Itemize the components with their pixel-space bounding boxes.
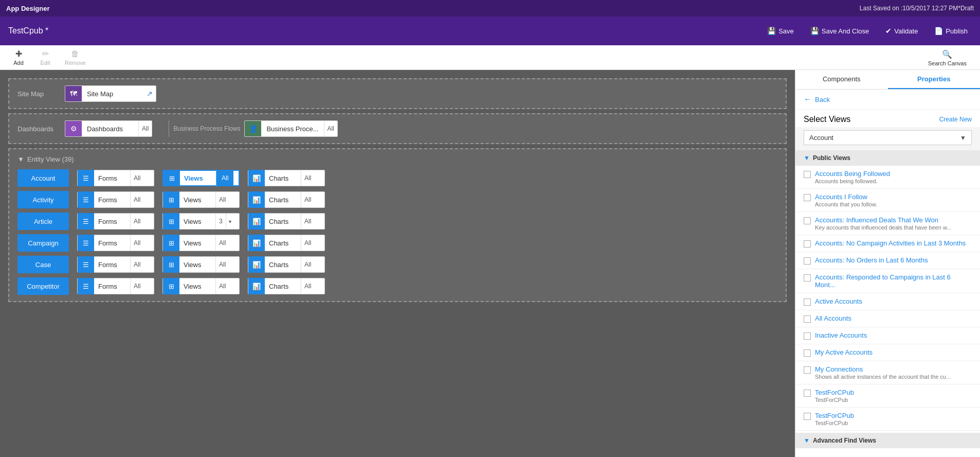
advanced-collapse-icon[interactable]: ▼ — [804, 437, 810, 444]
views-component[interactable]: ⊞ Views All — [162, 256, 240, 273]
views-component[interactable]: ⊞ Views All — [162, 170, 240, 186]
entity-name-button[interactable]: Case — [17, 256, 69, 273]
view-checkbox[interactable] — [804, 274, 811, 282]
entity-name-button[interactable]: Activity — [17, 191, 69, 208]
publish-button[interactable]: 📄 Publish — [930, 25, 972, 37]
forms-label: Forms — [94, 239, 130, 247]
app-name: TestCpub * — [8, 26, 48, 36]
forms-component: ☰ Forms All — [77, 256, 154, 273]
tab-components[interactable]: Components — [795, 70, 888, 89]
view-item-desc: Key accounts that influenced deals that … — [815, 224, 972, 231]
views-component[interactable]: ⊞ Views 3 ▾ — [162, 213, 240, 230]
entity-view-header: ▼ Entity View (39) — [17, 155, 777, 163]
collapse-icon[interactable]: ▼ — [804, 154, 810, 162]
view-list-item[interactable]: Accounts: No Orders in Last 6 Months — [795, 252, 980, 269]
dashboards-pill: ⚙ Dashboards All — [65, 120, 152, 137]
view-list-item[interactable]: TestForCPubTestForCPub — [795, 408, 980, 431]
sitemap-section: Site Map 🗺 Site Map ↗ — [8, 78, 787, 109]
view-list-item[interactable]: Accounts: Influenced Deals That We WonKe… — [795, 212, 980, 235]
view-checkbox[interactable] — [804, 217, 811, 224]
add-button[interactable]: ✚ Add — [6, 47, 31, 68]
entity-name-button[interactable]: Article — [17, 213, 69, 230]
view-checkbox[interactable] — [804, 240, 811, 248]
view-checkbox[interactable] — [804, 349, 811, 357]
validate-icon: ✔ — [885, 27, 892, 35]
search-icon: 🔍 — [942, 49, 952, 59]
views-label: Views — [179, 218, 215, 225]
view-list-item[interactable]: My ConnectionsShows all active instances… — [795, 361, 980, 384]
view-checkbox[interactable] — [804, 413, 811, 420]
view-checkbox[interactable] — [804, 194, 811, 201]
view-list-item[interactable]: TestForCPubTestForCPub — [795, 384, 980, 408]
sitemap-arrow-icon[interactable]: ↗ — [143, 90, 156, 98]
view-checkbox[interactable] — [804, 171, 811, 178]
advanced-find-views-header: ▼ Advanced Find Views — [795, 433, 980, 448]
forms-badge: All — [130, 257, 143, 272]
forms-icon: ☰ — [78, 256, 94, 273]
view-checkbox[interactable] — [804, 390, 811, 397]
views-list-items: Accounts Being FollowedAccounts being fo… — [795, 166, 980, 431]
charts-icon: 📊 — [248, 278, 265, 294]
charts-label: Charts — [265, 261, 301, 269]
action-bar: ✚ Add ✏ Edit 🗑 Remove 🔍 Search Canvas — [0, 45, 980, 70]
entity-rows: Account ☰ Forms All ⊞ Views All 📊 Charts… — [17, 169, 777, 295]
view-item-title: Accounts: Responded to Campaigns in Last… — [815, 273, 972, 289]
view-list-item[interactable]: Accounts Being FollowedAccounts being fo… — [795, 166, 980, 189]
search-canvas[interactable]: 🔍 Search Canvas — [923, 47, 972, 68]
forms-badge: All — [130, 278, 143, 294]
edit-button[interactable]: ✏ Edit — [33, 47, 58, 68]
views-label: Views — [179, 283, 215, 290]
forms-label: Forms — [94, 196, 130, 204]
entity-name-button[interactable]: Campaign — [17, 234, 69, 252]
charts-icon: 📊 — [248, 191, 265, 208]
view-item-title: Active Accounts — [815, 297, 972, 305]
view-list-item[interactable]: My Active Accounts — [795, 344, 980, 361]
views-component[interactable]: ⊞ Views All — [162, 235, 240, 251]
view-list-item[interactable]: Active Accounts — [795, 293, 980, 310]
view-list-item[interactable]: Inactive Accounts — [795, 327, 980, 344]
view-checkbox[interactable] — [804, 332, 811, 340]
views-icon: ⊞ — [163, 256, 179, 273]
save-and-close-button[interactable]: 💾 Save And Close — [806, 25, 874, 37]
charts-badge: All — [301, 192, 314, 207]
views-component[interactable]: ⊞ Views All — [162, 278, 240, 294]
entity-name-button[interactable]: Account — [17, 169, 69, 187]
entity-view-label: Entity View (39) — [27, 155, 74, 163]
dashboards-section: Dashboards ⚙ Dashboards All Business Pro… — [8, 113, 787, 144]
view-item-title: Accounts: No Campaign Activities in Last… — [815, 239, 972, 247]
entity-name-button[interactable]: Competitor — [17, 277, 69, 295]
view-list-item[interactable]: Accounts: No Campaign Activities in Last… — [795, 235, 980, 252]
entity-dropdown[interactable]: Account ▼ — [804, 130, 972, 145]
last-saved-text: Last Saved on :10/5/2017 12:27 PM*Draft — [860, 5, 974, 12]
charts-label: Charts — [265, 283, 301, 290]
views-badge-active[interactable]: All — [216, 170, 233, 186]
view-list-item[interactable]: Accounts: Responded to Campaigns in Last… — [795, 269, 980, 293]
entity-collapse-icon[interactable]: ▼ — [17, 155, 24, 163]
view-item-desc: Accounts that you follow. — [815, 201, 972, 207]
back-button[interactable]: ← Back — [795, 90, 980, 110]
create-new-link[interactable]: Create New — [939, 116, 972, 123]
validate-button[interactable]: ✔ Validate — [881, 25, 922, 37]
forms-icon: ☰ — [78, 170, 94, 186]
views-badge: All — [215, 278, 229, 294]
views-chevron-icon[interactable]: ▾ — [226, 214, 234, 229]
charts-badge: All — [301, 214, 314, 229]
views-component[interactable]: ⊞ Views All — [162, 191, 240, 208]
forms-badge: All — [130, 192, 143, 207]
view-checkbox[interactable] — [804, 366, 811, 374]
view-item-title: TestForCPub — [815, 412, 972, 419]
remove-icon: 🗑 — [71, 49, 79, 59]
bpf-label: Business Process Flows — [173, 125, 240, 132]
tab-properties[interactable]: Properties — [888, 70, 981, 89]
view-checkbox[interactable] — [804, 315, 811, 323]
save-button[interactable]: 💾 Save — [763, 25, 798, 37]
view-checkbox[interactable] — [804, 257, 811, 265]
views-badge: All — [215, 257, 229, 272]
view-list-item[interactable]: All Accounts — [795, 310, 980, 327]
views-icon: ⊞ — [163, 213, 179, 230]
view-list-item[interactable]: Accounts I FollowAccounts that you follo… — [795, 189, 980, 212]
remove-button[interactable]: 🗑 Remove — [60, 47, 91, 68]
view-checkbox[interactable] — [804, 298, 811, 306]
charts-badge: All — [301, 235, 314, 251]
forms-label: Forms — [94, 261, 130, 269]
